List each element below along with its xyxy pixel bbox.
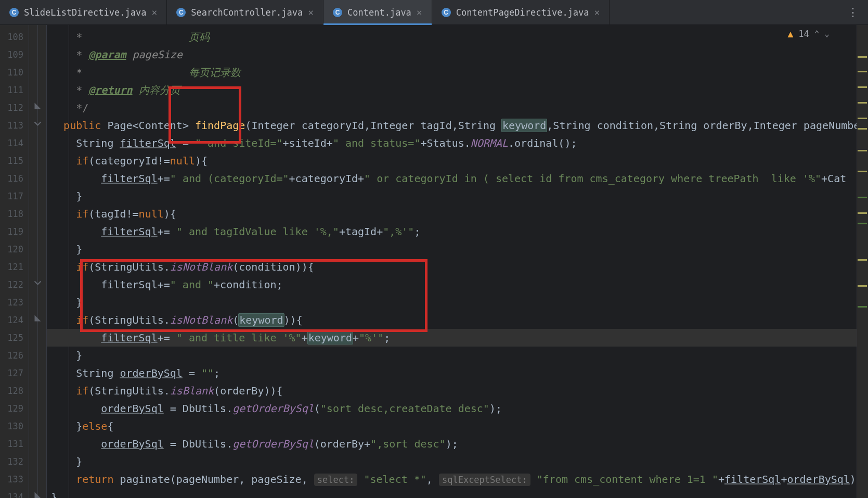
- code-line: String orderBySql = "";: [47, 364, 857, 382]
- tab-overflow-menu[interactable]: ⋮: [838, 0, 868, 24]
- line-number: 114: [0, 134, 29, 152]
- chevron-up-icon[interactable]: ⌃: [814, 29, 820, 39]
- code-line: if(StringUtils.isBlank(orderBy)){: [47, 382, 857, 400]
- code-line: * 页码: [47, 28, 857, 46]
- code-line: public Page<Content> findPage(Integer ca…: [47, 117, 857, 134]
- close-icon[interactable]: ×: [594, 8, 600, 17]
- error-stripe-mark[interactable]: [858, 128, 867, 130]
- line-number: 113: [0, 117, 29, 134]
- error-stripe-mark[interactable]: [858, 150, 867, 151]
- error-stripe-mark[interactable]: [858, 102, 867, 104]
- fold-start-icon[interactable]: [34, 120, 42, 127]
- warning-icon: ▲: [787, 28, 793, 39]
- error-stripe-mark[interactable]: [858, 171, 867, 172]
- line-number: 120: [0, 240, 29, 258]
- line-number: 118: [0, 205, 29, 223]
- line-number: 130: [0, 417, 29, 435]
- line-number: 134: [0, 488, 29, 498]
- code-line: if(tagId!=null){: [47, 205, 857, 223]
- line-number: 109: [0, 46, 29, 63]
- editor-tab-bar: C SlideListDirective.java × C SearchCont…: [0, 0, 868, 25]
- line-number: 125: [0, 329, 29, 347]
- chevron-down-icon[interactable]: ⌄: [824, 29, 830, 39]
- line-number: 110: [0, 63, 29, 81]
- fold-column: [29, 25, 47, 498]
- line-number: 132: [0, 453, 29, 470]
- error-stripe-mark[interactable]: [858, 212, 867, 214]
- line-number: 115: [0, 152, 29, 170]
- code-line: * 每页记录数: [47, 63, 857, 81]
- code-line-current: filterSql+= " and title like '%"+keyword…: [47, 329, 857, 347]
- code-line: filterSql+=" and "+condition;: [47, 276, 857, 293]
- close-icon[interactable]: ×: [308, 8, 314, 17]
- close-icon[interactable]: ×: [151, 8, 157, 17]
- fold-guide-line: [37, 25, 38, 498]
- vertical-dots-icon: ⋮: [847, 6, 859, 19]
- tab-slide-list-directive[interactable]: C SlideListDirective.java ×: [0, 0, 167, 24]
- code-line: filterSql+= " and tagIdValue like '%,"+t…: [47, 223, 857, 240]
- line-number: 131: [0, 435, 29, 453]
- code-line: }: [47, 293, 857, 311]
- code-line: orderBySql = DbUtils.getOrderBySql(order…: [47, 435, 857, 453]
- inspections-widget[interactable]: ▲ 14 ⌃ ⌄: [787, 28, 830, 39]
- fold-end-icon[interactable]: [34, 491, 42, 498]
- code-line: }: [47, 240, 857, 258]
- tab-label: Content.java: [347, 7, 411, 18]
- code-line: }else{: [47, 417, 857, 435]
- error-stripe-mark[interactable]: [858, 223, 867, 224]
- error-stripe-mark[interactable]: [858, 56, 867, 58]
- line-number: 112: [0, 99, 29, 117]
- line-number: 126: [0, 347, 29, 364]
- error-stripe-mark[interactable]: [858, 118, 867, 119]
- line-number: 127: [0, 364, 29, 382]
- code-line: * @param pageSize: [47, 46, 857, 63]
- tab-content-page-directive[interactable]: C ContentPageDirective.java ×: [432, 0, 610, 24]
- code-line: }: [47, 488, 857, 498]
- code-line: }: [47, 453, 857, 470]
- code-line: return paginate(pageNumber, pageSize, se…: [47, 470, 857, 488]
- tab-label: ContentPageDirective.java: [456, 7, 589, 18]
- line-number: 111: [0, 81, 29, 99]
- line-number: 108: [0, 28, 29, 46]
- tab-content[interactable]: C Content.java ×: [323, 0, 432, 24]
- error-stripe-mark[interactable]: [858, 197, 867, 198]
- code-line: orderBySql = DbUtils.getOrderBySql("sort…: [47, 400, 857, 417]
- code-line: if(StringUtils.isNotBlank(condition)){: [47, 258, 857, 276]
- close-icon[interactable]: ×: [417, 8, 422, 17]
- java-class-icon: C: [9, 8, 19, 17]
- error-stripe-mark[interactable]: [858, 86, 867, 88]
- line-number: 119: [0, 223, 29, 240]
- line-number: 122: [0, 276, 29, 293]
- tab-spacer: [610, 0, 838, 24]
- code-line: filterSql+=" and (categoryId="+categoryI…: [47, 170, 857, 187]
- line-number: 123: [0, 293, 29, 311]
- code-line: String filterSql = " and siteId="+siteId…: [47, 134, 857, 152]
- line-number: 128: [0, 382, 29, 400]
- line-number: 124: [0, 311, 29, 329]
- error-stripe-mark[interactable]: [858, 71, 867, 72]
- code-editor[interactable]: ▲ 14 ⌃ ⌄ * 页码 * @param pageSize * 每页记录数 …: [47, 25, 857, 498]
- tab-search-controller[interactable]: C SearchController.java ×: [167, 0, 323, 24]
- java-class-icon: C: [442, 8, 451, 17]
- tab-label: SlideListDirective.java: [24, 7, 146, 18]
- error-stripe[interactable]: [857, 25, 868, 498]
- tab-label: SearchController.java: [191, 7, 303, 18]
- editor-main: 108 109 110 111 112 113 114 115 116 117 …: [0, 25, 868, 498]
- error-stripe-mark[interactable]: [858, 285, 867, 287]
- line-number: 116: [0, 170, 29, 187]
- line-number-gutter: 108 109 110 111 112 113 114 115 116 117 …: [0, 25, 29, 498]
- line-number: 133: [0, 470, 29, 488]
- code-line: if(categoryId!=null){: [47, 152, 857, 170]
- error-stripe-mark[interactable]: [858, 306, 867, 308]
- line-number: 117: [0, 187, 29, 205]
- code-line: if(StringUtils.isNotBlank(keyword)){: [47, 311, 857, 329]
- code-line: }: [47, 187, 857, 205]
- line-number: 129: [0, 400, 29, 417]
- error-stripe-mark[interactable]: [858, 259, 867, 261]
- warning-count: 14: [798, 29, 809, 39]
- java-class-icon: C: [333, 8, 342, 17]
- fold-end-icon[interactable]: [34, 102, 42, 110]
- fold-start-icon[interactable]: [34, 279, 42, 287]
- code-line: }: [47, 347, 857, 364]
- fold-end-icon[interactable]: [34, 314, 42, 322]
